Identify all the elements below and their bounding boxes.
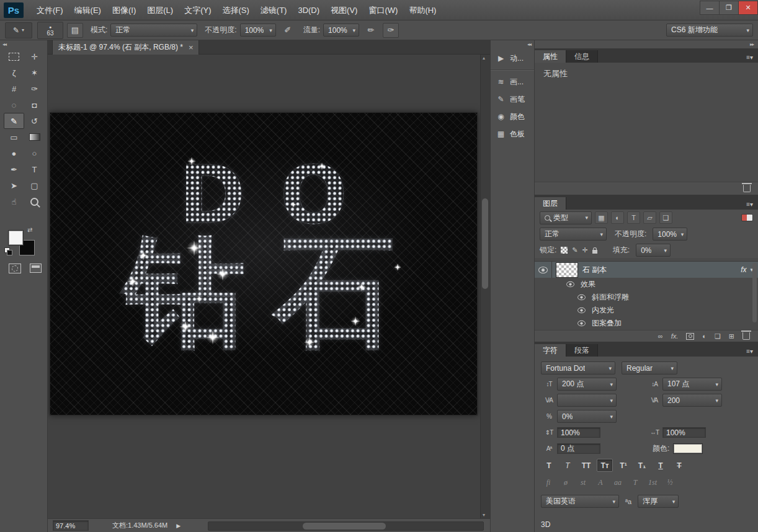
panel-menu-icon[interactable]: ≡▾ (741, 52, 758, 63)
layers-scrollbar-thumb[interactable] (752, 263, 757, 322)
actions-panel-button[interactable]: ▶ 动... (491, 50, 534, 67)
pen-tool[interactable]: ✒ (4, 161, 24, 177)
swash-button[interactable]: A (593, 477, 608, 489)
filter-adjustment-layers-icon[interactable]: ◐ (611, 211, 624, 224)
eraser-tool[interactable]: ▭ (4, 129, 24, 145)
anti-alias-dropdown[interactable]: 浑厚 (638, 495, 679, 508)
swap-colors-icon[interactable]: ⇄ (27, 226, 32, 233)
fractions-button[interactable]: ½ (662, 477, 677, 489)
flow-dropdown[interactable]: 100% (323, 24, 359, 37)
discretionary-ligatures-button[interactable]: ø (558, 477, 573, 489)
clone-stamp-tool[interactable]: ◘ (24, 97, 45, 113)
faux-italic-button[interactable]: T (560, 459, 576, 472)
default-colors-icon[interactable] (4, 247, 12, 255)
add-layer-style-icon[interactable]: fx. (671, 333, 679, 340)
menu-help[interactable]: 帮助(H) (403, 0, 442, 20)
language-dropdown[interactable]: 美国英语 (541, 495, 619, 508)
tab-info[interactable]: 信息 (566, 50, 598, 63)
document-tab[interactable]: 未标题-1 @ 97.4% (石 副本, RGB/8) * × (52, 40, 199, 55)
layer-thumbnail[interactable] (556, 262, 578, 278)
magic-wand-tool[interactable]: ✶ (24, 64, 45, 81)
filter-toggle-icon[interactable] (741, 214, 753, 221)
blur-tool[interactable]: ● (4, 145, 24, 161)
new-adjustment-layer-icon[interactable]: ◐ (702, 333, 707, 340)
swatches-panel-button[interactable]: ▦ 色板 (491, 125, 534, 143)
hand-tool[interactable]: ☝ (4, 193, 24, 210)
titling-alternates-button[interactable]: T (628, 477, 643, 489)
menu-image[interactable]: 图像(I) (107, 0, 141, 20)
tab-3d[interactable]: 3D (541, 520, 550, 529)
layer-filter-dropdown[interactable]: 类型 (540, 211, 592, 224)
screen-mode-icon[interactable] (30, 264, 42, 273)
expand-panels-icon[interactable]: ◂◂ (491, 40, 534, 50)
menu-type[interactable]: 文字(Y) (179, 0, 216, 20)
status-menu-icon[interactable]: ▶ (176, 523, 181, 529)
lock-position-icon[interactable]: ✛ (582, 246, 588, 254)
toggle-brush-panel-icon[interactable]: ▤ (67, 23, 83, 38)
ordinals-button[interactable]: 1st (645, 477, 660, 489)
brush-preset-picker[interactable]: ● 63 (37, 22, 63, 39)
effect-row-inner-glow[interactable]: 内发光 (535, 304, 758, 317)
eyedropper-tool[interactable]: ✑ (24, 81, 45, 97)
tab-properties[interactable]: 属性 (535, 50, 566, 63)
path-selection-tool[interactable]: ➤ (4, 177, 24, 193)
menu-edit[interactable]: 编辑(E) (69, 0, 107, 20)
visibility-eye-icon[interactable] (577, 295, 586, 300)
stylistic-alternates-button[interactable]: aa (610, 477, 625, 489)
crop-tool[interactable]: # (4, 81, 24, 97)
minimize-button[interactable]: — (700, 1, 720, 15)
baseline-shift-field[interactable]: 0 点 (557, 443, 600, 454)
ligatures-button[interactable]: fi (541, 477, 556, 489)
visibility-eye-icon[interactable] (566, 282, 574, 287)
visibility-eye-icon[interactable] (538, 267, 548, 273)
pressure-size-icon[interactable]: ✑ (383, 23, 399, 38)
tracking-dropdown[interactable]: 200 (662, 394, 722, 407)
strikethrough-button[interactable]: T (671, 459, 687, 472)
horizontal-scale-field[interactable]: 100% (662, 427, 706, 438)
horizontal-scrollbar-thumb[interactable] (303, 523, 386, 530)
new-layer-icon[interactable]: ⊞ (729, 333, 734, 340)
font-style-dropdown[interactable]: Regular (622, 361, 677, 375)
move-tool[interactable]: ✛ (24, 48, 45, 64)
link-layers-icon[interactable]: ∞ (658, 333, 663, 340)
subscript-button[interactable]: T₁ (634, 459, 650, 472)
underline-button[interactable]: T (653, 459, 669, 472)
color-panel-button[interactable]: ◉ 颜色 (491, 108, 534, 125)
panel-menu-icon[interactable]: ≡▾ (741, 199, 758, 210)
zoom-level-field[interactable]: 97.4% (53, 520, 89, 531)
filter-smart-object-icon[interactable]: ❑ (659, 211, 672, 224)
small-caps-button[interactable]: Tт (597, 459, 613, 472)
visibility-eye-icon[interactable] (577, 308, 586, 313)
tab-character[interactable]: 字符 (535, 344, 566, 357)
menu-view[interactable]: 视图(V) (325, 0, 363, 20)
canvas[interactable]: DO 钻石 (50, 112, 478, 415)
filter-pixel-layers-icon[interactable]: ▦ (595, 211, 608, 224)
visibility-eye-icon[interactable] (577, 321, 586, 326)
healing-brush-tool[interactable]: ◌ (4, 97, 24, 113)
pressure-opacity-icon[interactable]: ✐ (280, 23, 296, 38)
filter-type-layers-icon[interactable]: T (627, 211, 640, 224)
quick-mask-icon[interactable] (9, 264, 21, 273)
close-button[interactable]: ✕ (739, 1, 758, 15)
brush-tool[interactable]: ✎ (4, 113, 24, 129)
superscript-button[interactable]: T¹ (615, 459, 631, 472)
history-brush-tool[interactable]: ↺ (24, 113, 45, 129)
menu-select[interactable]: 选择(S) (216, 0, 254, 20)
menu-3d[interactable]: 3D(D) (292, 0, 325, 20)
font-family-dropdown[interactable]: Fortuna Dot (541, 361, 615, 375)
vertical-scrollbar-thumb[interactable] (482, 198, 488, 289)
layer-fill-dropdown[interactable]: 0% (636, 244, 671, 257)
tab-paragraph[interactable]: 段落 (566, 344, 598, 357)
leading-dropdown[interactable]: 107 点 (662, 378, 722, 391)
tool-preset-picker[interactable]: ✎ ▾ (5, 22, 32, 38)
gradient-tool[interactable] (24, 129, 45, 145)
lasso-tool[interactable]: ζ (4, 64, 24, 81)
opacity-dropdown[interactable]: 100% (240, 24, 276, 37)
lock-all-icon[interactable] (592, 250, 597, 254)
type-tool[interactable]: T (24, 161, 45, 177)
collapse-panels-icon[interactable]: ▸▸ (535, 40, 758, 48)
cs6-new-features-dropdown[interactable]: CS6 新增功能 (666, 24, 753, 37)
contextual-alternates-button[interactable]: st (576, 477, 591, 489)
zoom-tool[interactable] (24, 193, 45, 210)
kerning-dropdown[interactable] (557, 394, 617, 407)
